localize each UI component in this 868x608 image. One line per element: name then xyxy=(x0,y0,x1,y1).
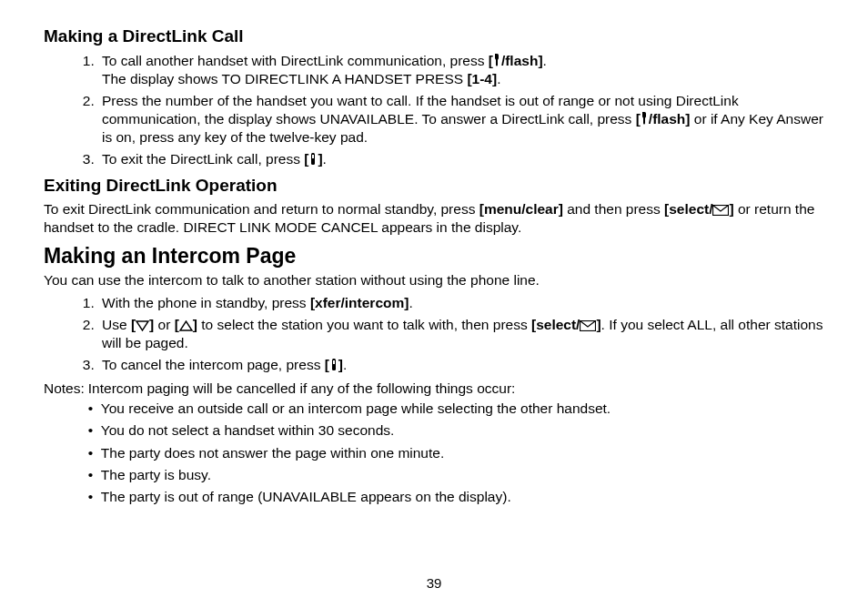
notes-intro: Intercom paging will be cancelled if any… xyxy=(88,380,516,396)
end-icon xyxy=(308,152,318,166)
body-text: . xyxy=(323,151,327,167)
notes-list: You receive an outside call or an interc… xyxy=(88,400,832,506)
bold-text: [menu/clear] xyxy=(479,201,563,217)
bold-text: /flash] xyxy=(649,111,691,127)
bold-text: [select/ xyxy=(531,317,580,332)
exiting-directlink-paragraph: To exit DirectLink communication and ret… xyxy=(44,200,832,237)
talk-icon xyxy=(493,54,501,67)
list-item: To exit the DirectLink call, press []. xyxy=(98,150,832,168)
bold-text: [1-4] xyxy=(467,71,497,86)
body-text: To exit DirectLink communication and ret… xyxy=(44,201,479,217)
list-item: You do not select a handset within 30 se… xyxy=(88,421,832,440)
heading-intercom-page: Making an Intercom Page xyxy=(44,243,832,270)
body-text: To call another handset with DirectLink … xyxy=(102,53,489,68)
body-text: . xyxy=(543,53,547,68)
bold-text: /flash] xyxy=(501,53,543,68)
notes-block: Notes: Intercom paging will be cancelled… xyxy=(44,380,832,510)
manual-page: Making a DirectLink Call To call another… xyxy=(0,0,868,608)
down-triangle-icon xyxy=(136,320,149,331)
bold-text: [xfer/intercom] xyxy=(310,295,409,310)
directlink-call-steps: To call another handset with DirectLink … xyxy=(44,52,832,169)
svg-rect-4 xyxy=(332,359,336,370)
end-icon xyxy=(329,358,338,371)
list-item: The party is out of range (UNAVAILABLE a… xyxy=(88,488,832,506)
talk-icon xyxy=(641,112,649,126)
body-text: . xyxy=(497,71,500,86)
body-text: The display shows TO DIRECTLINK A HANDSE… xyxy=(102,71,467,86)
heading-making-directlink-call: Making a DirectLink Call xyxy=(44,25,832,48)
body-text: to select the station you want to talk w… xyxy=(197,317,531,332)
list-item: Press the number of the handset you want… xyxy=(98,92,832,147)
body-text: With the phone in standby, press xyxy=(102,295,310,310)
body-text: To cancel the intercom page, press xyxy=(102,357,325,372)
body-text: . xyxy=(343,357,347,372)
list-item: The party is busy. xyxy=(88,466,832,484)
bold-text: [select/ xyxy=(664,201,712,217)
list-item: With the phone in standby, press [xfer/i… xyxy=(98,294,832,312)
intercom-intro: You can use the intercom to talk to anot… xyxy=(44,271,832,289)
page-number: 39 xyxy=(0,574,868,593)
body-text: or xyxy=(154,317,174,332)
up-triangle-icon xyxy=(179,320,193,331)
list-item: You receive an outside call or an interc… xyxy=(88,400,832,418)
body-text: and then press xyxy=(563,201,664,217)
list-item: Use [] or [] to select the station you w… xyxy=(98,316,832,352)
body-text: . xyxy=(409,295,412,310)
svg-rect-5 xyxy=(333,360,335,364)
notes-label: Notes: xyxy=(44,380,88,510)
envelope-icon xyxy=(712,205,729,216)
notes-body: Intercom paging will be cancelled if any… xyxy=(88,380,832,510)
envelope-icon xyxy=(580,320,596,331)
body-text: Use xyxy=(102,317,131,332)
list-item: To call another handset with DirectLink … xyxy=(98,52,832,88)
list-item: To cancel the intercom page, press []. xyxy=(98,356,832,374)
svg-rect-1 xyxy=(312,155,314,158)
svg-rect-0 xyxy=(311,153,315,165)
list-item: The party does not answer the page withi… xyxy=(88,444,832,462)
intercom-steps: With the phone in standby, press [xfer/i… xyxy=(44,294,832,375)
heading-exiting-directlink: Exiting DirectLink Operation xyxy=(44,175,832,198)
body-text: To exit the DirectLink call, press xyxy=(102,151,304,167)
